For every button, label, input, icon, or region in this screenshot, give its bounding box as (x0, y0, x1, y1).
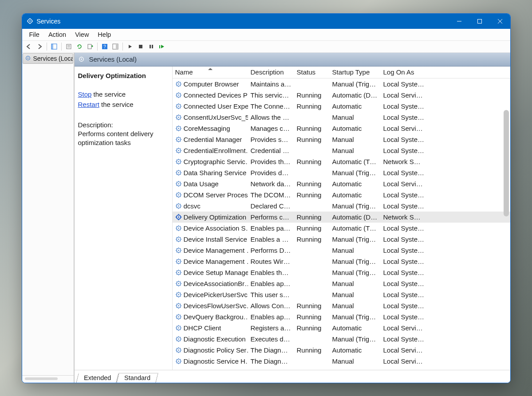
svg-line-201 (180, 274, 180, 274)
service-row[interactable]: DevicePickerUserSvc…This user se…ManualL… (173, 289, 510, 300)
svg-point-185 (178, 261, 179, 262)
svg-point-109 (178, 172, 179, 173)
service-description: This service … (248, 91, 294, 99)
tab-extended[interactable]: Extended (76, 373, 119, 383)
service-startup-type: Manual (330, 302, 381, 310)
svg-line-67 (176, 118, 177, 119)
restart-service-link[interactable]: Restart (78, 101, 99, 108)
service-row[interactable]: DCOM Server Proces…The DCOML…RunningAuto… (173, 189, 510, 200)
forward-icon[interactable] (35, 42, 44, 51)
service-row[interactable]: Device Setup ManagerEnables the …Manual … (173, 267, 510, 278)
service-name: Diagnostic Execution … (184, 335, 248, 343)
service-row[interactable]: dcsvcDeclared Co…Manual (Trig…Local Syst… (173, 200, 510, 212)
service-name: Connected User Expe… (184, 102, 248, 110)
service-row[interactable]: Diagnostic Policy Ser…The Diagno…Running… (173, 345, 510, 356)
svg-line-146 (180, 204, 180, 204)
svg-point-155 (178, 227, 179, 229)
restart-service-icon[interactable] (157, 42, 167, 51)
column-header-description[interactable]: Description (248, 68, 294, 76)
service-row[interactable]: Device Management …Routes Wire…Manual (T… (173, 256, 510, 267)
service-status: Running (294, 324, 330, 332)
vertical-scrollbar[interactable] (504, 82, 509, 369)
column-header-name[interactable]: Name (173, 68, 248, 76)
back-icon[interactable] (24, 42, 34, 51)
service-startup-type: Automatic (Tr… (330, 158, 381, 165)
service-description: Provides thr… (248, 158, 294, 165)
service-row[interactable]: DevicesFlowUserSvc…Allows Con…RunningMan… (173, 300, 510, 311)
service-status: Running (294, 313, 330, 321)
scrollbar-thumb[interactable] (504, 110, 509, 216)
close-button[interactable] (490, 14, 510, 29)
service-row[interactable]: Data UsageNetwork da…RunningAutomaticLoc… (173, 178, 510, 189)
menu-file[interactable]: File (25, 30, 44, 39)
column-header-startup-type[interactable]: Startup Type (330, 68, 381, 76)
nav-tree: Services (Loca (22, 53, 75, 383)
svg-line-134 (176, 192, 177, 193)
svg-line-94 (176, 148, 177, 149)
service-row[interactable]: Computer BrowserMaintains a…Manual (Trig… (173, 78, 510, 90)
svg-line-172 (180, 237, 180, 237)
service-name: ConsentUxUserSvc_5… (184, 114, 248, 121)
svg-line-66 (180, 115, 180, 115)
service-row[interactable]: Delivery OptimizationPerforms co…Running… (173, 212, 510, 223)
tab-standard[interactable]: Standard (116, 373, 158, 383)
refresh-icon[interactable] (75, 42, 84, 51)
properties-icon[interactable] (64, 42, 74, 51)
service-row[interactable]: Cryptographic Servic…Provides thr…Runnin… (173, 156, 510, 167)
service-row[interactable]: Connected User Expe…The Connec…RunningAu… (173, 101, 510, 112)
menu-view[interactable]: View (71, 30, 93, 39)
svg-point-165 (178, 239, 179, 240)
service-icon (175, 169, 182, 176)
service-row[interactable]: Device Association S…Enables pair…Runnin… (173, 223, 510, 234)
services-table: Name Description Status Startup Type Log… (172, 67, 510, 370)
service-row[interactable]: Diagnostic Service H…The Diagno…ManualLo… (173, 356, 510, 367)
column-header-status[interactable]: Status (294, 68, 330, 76)
svg-line-272 (180, 348, 180, 348)
svg-line-127 (176, 185, 177, 185)
svg-line-220 (176, 292, 177, 293)
service-log-on-as: Local Servi… (381, 346, 428, 354)
service-row[interactable]: DHCP ClientRegisters an…RunningAutomatic… (173, 322, 510, 333)
service-row[interactable]: CoreMessagingManages co…RunningAutomatic… (173, 123, 510, 134)
svg-line-241 (180, 318, 180, 318)
menu-help[interactable]: Help (93, 30, 115, 39)
help-icon[interactable]: ? (100, 42, 110, 51)
stop-service-link[interactable]: Stop (78, 90, 92, 98)
minimize-button[interactable] (449, 14, 469, 29)
service-startup-type: Manual (330, 147, 381, 154)
service-row[interactable]: Credential ManagerProvides se…RunningMan… (173, 134, 510, 145)
service-row[interactable]: Connected Devices P…This service …Runnin… (173, 90, 510, 101)
svg-line-222 (180, 292, 180, 293)
column-header-log-on-as[interactable]: Log On As (381, 68, 428, 76)
export-list-icon[interactable] (85, 42, 95, 51)
toolbar-separator (61, 43, 62, 51)
service-row[interactable]: DeviceAssociationBr…Enables app…ManualLo… (173, 278, 510, 289)
service-name: Diagnostic Service H… (184, 357, 248, 365)
svg-line-243 (176, 318, 177, 318)
stop-service-icon[interactable] (136, 42, 146, 51)
service-row[interactable]: Device Install ServiceEnables a co…Runni… (173, 234, 510, 245)
pause-service-icon[interactable] (146, 42, 156, 51)
service-icon (175, 269, 182, 276)
titlebar[interactable]: Services (22, 14, 510, 29)
service-row[interactable]: ConsentUxUserSvc_5…Allows the s…ManualLo… (173, 112, 510, 123)
svg-line-163 (176, 229, 177, 230)
service-row[interactable]: Data Sharing ServiceProvides da…Manual (… (173, 167, 510, 178)
maximize-button[interactable] (469, 14, 490, 29)
service-row[interactable]: CredentialEnrollment…Credential E…Manual… (173, 145, 510, 156)
service-status: Running (294, 136, 330, 143)
service-row[interactable]: Diagnostic Execution …Executes dia…Manua… (173, 333, 510, 345)
nav-horizontal-scrollbar[interactable] (22, 375, 74, 383)
service-name: DevicePickerUserSvc… (184, 291, 248, 298)
nav-tree-item-services-local[interactable]: Services (Loca (23, 53, 73, 64)
service-icon (175, 325, 182, 331)
svg-line-210 (176, 281, 177, 282)
start-service-icon[interactable] (125, 42, 135, 51)
show-hide-tree-icon[interactable] (49, 42, 59, 51)
service-log-on-as: Local Servi… (381, 180, 428, 188)
menu-action[interactable]: Action (44, 30, 71, 39)
svg-line-173 (176, 240, 177, 241)
service-row[interactable]: Device Management …Performs D…ManualLoca… (173, 245, 510, 256)
service-row[interactable]: DevQuery Backgrou…Enables app…RunningMan… (173, 311, 510, 322)
show-action-pane-icon[interactable] (110, 42, 120, 51)
